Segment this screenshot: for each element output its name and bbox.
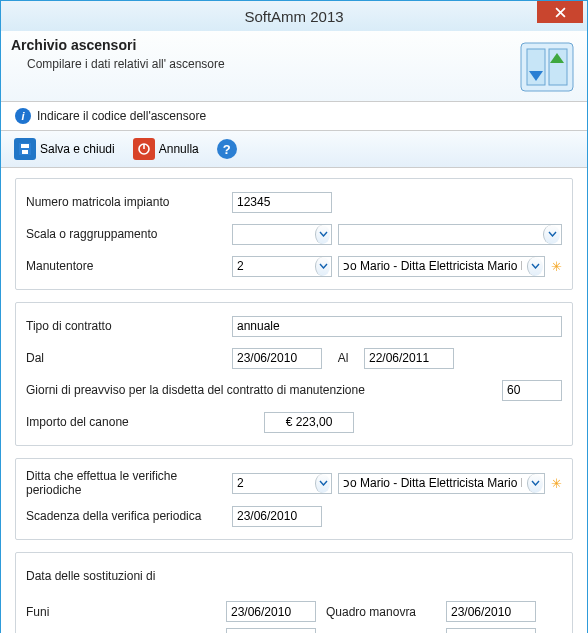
toolbar: Salva e chiudi Annulla ? <box>1 130 587 168</box>
sost-date-input[interactable] <box>226 628 316 633</box>
help-icon: ? <box>217 139 237 159</box>
page-title: Archivio ascensori <box>11 37 517 53</box>
sostituzioni-grid: FuniQuadro manovraFerodiArgano motorePat… <box>26 601 562 633</box>
tipo-contratto-input[interactable] <box>232 316 562 337</box>
canone-label: Importo del canone <box>26 415 258 429</box>
ditta-dropdown-2[interactable] <box>338 473 545 494</box>
save-label: Salva e chiudi <box>40 142 115 156</box>
matricola-label: Numero matricola impianto <box>26 195 226 209</box>
chevron-down-icon[interactable] <box>315 225 330 244</box>
cancel-button[interactable]: Annulla <box>128 135 204 163</box>
scala-dropdown-2[interactable] <box>338 224 562 245</box>
chevron-down-icon[interactable] <box>527 257 543 276</box>
ditta-input-2[interactable] <box>339 474 526 493</box>
manutentore-dropdown-1[interactable] <box>232 256 332 277</box>
sostituzioni-title: Data delle sostituzioni di <box>26 569 155 583</box>
chevron-down-icon[interactable] <box>315 474 330 493</box>
power-icon <box>133 138 155 160</box>
cancel-label: Annulla <box>159 142 199 156</box>
help-button[interactable]: ? <box>212 136 242 162</box>
svg-rect-7 <box>22 150 28 154</box>
sost-date-input[interactable] <box>446 628 536 633</box>
scala-label: Scala o raggruppamento <box>26 227 226 241</box>
info-icon: i <box>15 108 31 124</box>
info-bar: i Indicare il codice dell'ascensore <box>1 102 587 130</box>
matricola-input[interactable] <box>232 192 332 213</box>
al-label: Al <box>328 351 358 365</box>
new-item-icon[interactable]: ✳ <box>551 476 562 491</box>
manutentore-label: Manutentore <box>26 259 226 273</box>
group-identificazione: Numero matricola impianto Scala o raggru… <box>15 178 573 290</box>
ditta-dropdown-1[interactable] <box>232 473 332 494</box>
sost-date-input[interactable] <box>226 601 316 622</box>
dal-label: Dal <box>26 351 226 365</box>
scala-input-2[interactable] <box>339 225 542 244</box>
ditta-verifiche-label: Ditta che effettua le verifiche periodic… <box>26 469 226 497</box>
group-verifiche: Ditta che effettua le verifiche periodic… <box>15 458 573 540</box>
tipo-contratto-label: Tipo di contratto <box>26 319 226 333</box>
sost-label: Quadro manovra <box>326 605 446 619</box>
group-contratto: Tipo di contratto Dal Al Giorni di preav… <box>15 302 573 446</box>
svg-rect-6 <box>21 144 29 148</box>
info-text: Indicare il codice dell'ascensore <box>37 109 206 123</box>
titlebar: SoftAmm 2013 <box>1 1 587 31</box>
scala-input-1[interactable] <box>233 225 314 244</box>
header: Archivio ascensori Compilare i dati rela… <box>1 31 587 102</box>
preavviso-input[interactable] <box>502 380 562 401</box>
dal-input[interactable] <box>232 348 322 369</box>
new-item-icon[interactable]: ✳ <box>551 259 562 274</box>
scadenza-input[interactable] <box>232 506 322 527</box>
scala-dropdown-1[interactable] <box>232 224 332 245</box>
manutentore-dropdown-2[interactable] <box>338 256 545 277</box>
manutentore-input-2[interactable] <box>339 257 526 276</box>
window-title: SoftAmm 2013 <box>1 8 587 25</box>
chevron-down-icon[interactable] <box>315 257 330 276</box>
sost-date-input[interactable] <box>446 601 536 622</box>
app-window: SoftAmm 2013 Archivio ascensori Compilar… <box>0 0 588 633</box>
svg-rect-2 <box>549 49 567 85</box>
save-button[interactable]: Salva e chiudi <box>9 135 120 163</box>
chevron-down-icon[interactable] <box>543 225 560 244</box>
close-button[interactable] <box>537 1 583 23</box>
manutentore-input-1[interactable] <box>233 257 314 276</box>
save-icon <box>14 138 36 160</box>
preavviso-label: Giorni di preavviso per la disdetta del … <box>26 383 496 397</box>
content: Numero matricola impianto Scala o raggru… <box>1 168 587 633</box>
sost-label: Funi <box>26 605 226 619</box>
al-input[interactable] <box>364 348 454 369</box>
page-subtitle: Compilare i dati relativi all' ascensore <box>27 57 517 71</box>
ditta-input-1[interactable] <box>233 474 314 493</box>
chevron-down-icon[interactable] <box>527 474 543 493</box>
group-sostituzioni: Data delle sostituzioni di FuniQuadro ma… <box>15 552 573 633</box>
scadenza-label: Scadenza della verifica periodica <box>26 509 226 523</box>
elevator-icon <box>517 37 577 97</box>
canone-input[interactable] <box>264 412 354 433</box>
